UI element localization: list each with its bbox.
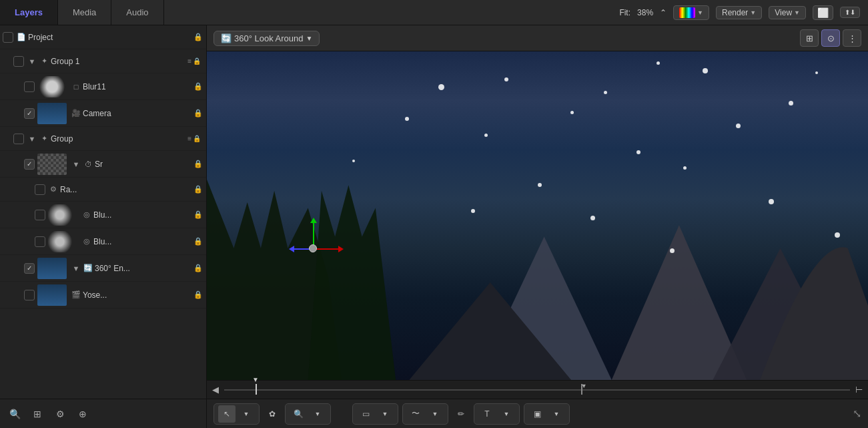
search-btn[interactable]: 🔍: [5, 405, 24, 423]
group2-icon1[interactable]: ≡: [187, 135, 191, 142]
expand-btn[interactable]: ⤡: [853, 407, 861, 420]
layer-yose[interactable]: 🎬 Yose... 🔒: [0, 282, 206, 308]
mask-tool-btn[interactable]: ▣: [528, 405, 546, 423]
layer-group1-collapse[interactable]: ▼: [27, 57, 37, 65]
transform-tool-btn[interactable]: ✿: [264, 405, 281, 423]
snow-6: [636, 150, 640, 154]
mask-chevron[interactable]: ▼: [548, 405, 565, 423]
layer-group2-checkbox[interactable]: [13, 134, 24, 144]
view-dropdown-icon: 🔄: [221, 33, 232, 43]
zoom-tool-btn[interactable]: 🔍: [290, 405, 307, 423]
layer-blur11-checkbox[interactable]: [24, 81, 35, 92]
curve-tool-btn[interactable]: 〜: [407, 405, 424, 423]
layer-ra[interactable]: ⚙ Ra... 🔒: [0, 178, 206, 202]
layer-group2-icon: ✦: [39, 134, 49, 143]
fit-value[interactable]: 38%: [637, 8, 653, 17]
layer-yose-checkbox[interactable]: [24, 290, 35, 300]
snow-5: [736, 124, 741, 128]
color-picker-btn[interactable]: ▼: [673, 5, 709, 20]
layer-env360-collapse[interactable]: ▼: [71, 264, 81, 272]
timeline-playhead[interactable]: [256, 384, 257, 395]
snow-20: [670, 248, 675, 253]
layer-group2[interactable]: ▼ ✦ Group ≡ 🔒: [0, 127, 206, 151]
layers-bottom-bar: 🔍 ⊞ ⚙ ⊕: [0, 399, 206, 428]
group1-icon1[interactable]: ≡: [187, 57, 191, 65]
settings-btn[interactable]: ⚙: [51, 405, 69, 423]
bottom-toolbar: ↖ ▼ ✿ 🔍 ▼ ▭ ▼ 〜 ▼ ✏: [207, 399, 868, 428]
layer-blu1-checkbox[interactable]: [35, 210, 45, 220]
transform-gizmo[interactable]: [286, 222, 340, 275]
color-swatch: [679, 7, 695, 18]
text-tool-btn[interactable]: T: [478, 405, 496, 423]
layer-sr[interactable]: ✓ ▼ ⏱ Sr 🔒: [0, 151, 206, 178]
layout-arrows-btn[interactable]: ⬆⬇: [840, 7, 860, 18]
layout-btn[interactable]: ⬜: [813, 5, 833, 20]
timeline-track[interactable]: ▼: [224, 389, 850, 391]
layer-sr-checkbox[interactable]: ✓: [24, 159, 35, 170]
group2-icon2[interactable]: 🔒: [193, 135, 201, 142]
layer-project[interactable]: 📄 Project 🔒: [0, 25, 206, 49]
timeline-start-btn[interactable]: ◀: [212, 385, 219, 395]
gizmo-center[interactable]: [309, 244, 317, 252]
group1-icon2[interactable]: 🔒: [193, 57, 201, 65]
viewport-grid-btn[interactable]: ⊞: [800, 29, 819, 47]
layer-blur11-thumb: [37, 76, 67, 97]
layer-blur11[interactable]: □ Blur11 🔒: [0, 73, 206, 100]
tab-layers[interactable]: Layers: [0, 0, 58, 25]
curve-chevron[interactable]: ▼: [426, 405, 444, 423]
snow-16: [657, 61, 660, 65]
curve-tool-group: 〜 ▼: [402, 403, 448, 425]
layer-sr-lock: 🔒: [193, 160, 203, 168]
group-view-btn[interactable]: ⊞: [28, 405, 47, 423]
view-dropdown[interactable]: 🔄 360° Look Around ▼: [213, 31, 320, 46]
snow-1: [504, 77, 508, 81]
layer-camera-checkbox[interactable]: ✓: [24, 108, 35, 119]
layer-group1-checkbox[interactable]: [13, 56, 24, 67]
view-chevron: ▼: [794, 9, 800, 16]
layer-blu1[interactable]: ◎ Blu... 🔒: [0, 202, 206, 228]
layer-env360[interactable]: ✓ ▼ 🔄 360° En... 🔒: [0, 255, 206, 282]
layer-group2-collapse[interactable]: ▼: [27, 135, 37, 143]
viewport-settings-btn[interactable]: ⋮: [843, 29, 861, 47]
zoom-chevron[interactable]: ▼: [309, 405, 326, 423]
tab-media[interactable]: Media: [58, 0, 111, 25]
timeline-end-btn[interactable]: ⊢: [855, 385, 863, 395]
fit-arrow-up[interactable]: ⌃: [660, 8, 667, 17]
snow-13: [815, 71, 818, 74]
pen-tool-btn[interactable]: ✏: [452, 405, 470, 423]
timeline-marker-arrow: ▼: [581, 383, 587, 389]
layer-blu2[interactable]: ◎ Blu... 🔒: [0, 228, 206, 255]
canvas-tools-right: ⊞ ⊙ ⋮: [800, 29, 861, 47]
layer-project-checkbox[interactable]: [3, 32, 13, 43]
view-btn[interactable]: View ▼: [769, 6, 806, 19]
layer-env360-icon: 🔄: [83, 264, 93, 272]
shape-tool-btn[interactable]: ▭: [357, 405, 374, 423]
snow-15: [590, 216, 595, 220]
tab-audio[interactable]: Audio: [111, 0, 163, 25]
select-tool-btn[interactable]: ↖: [218, 405, 236, 423]
top-bar: Layers Media Audio Fit: 38% ⌃ ▼ Render ▼…: [0, 0, 868, 25]
select-chevron[interactable]: ▼: [238, 405, 255, 423]
svg-marker-5: [308, 185, 396, 380]
layer-ra-lock: 🔒: [193, 185, 203, 194]
add-layer-btn[interactable]: ⊕: [73, 405, 92, 423]
layer-ra-checkbox[interactable]: [35, 184, 45, 195]
layer-sr-collapse[interactable]: ▼: [71, 160, 81, 168]
layer-blu2-checkbox[interactable]: [35, 236, 45, 247]
canvas-viewport[interactable]: [207, 51, 868, 380]
layer-env360-checkbox[interactable]: ✓: [24, 263, 35, 274]
layer-yose-icon: 🎬: [71, 290, 81, 299]
render-btn[interactable]: Render ▼: [716, 6, 762, 19]
viewport-360-btn[interactable]: ⊙: [821, 29, 840, 47]
layer-group1[interactable]: ▼ ✦ Group 1 ≡ 🔒: [0, 49, 206, 73]
layer-group2-icons: ≡ 🔒: [187, 135, 201, 142]
shape-chevron[interactable]: ▼: [376, 405, 394, 423]
render-label: Render: [722, 8, 748, 17]
text-chevron[interactable]: ▼: [498, 405, 515, 423]
main-area: 📄 Project 🔒 ▼ ✦ Group 1 ≡ 🔒 □ Blur11 🔒 ✓: [0, 25, 868, 428]
view-dropdown-chevron: ▼: [306, 35, 313, 42]
layer-camera[interactable]: ✓ 🎥 Camera 🔒: [0, 100, 206, 127]
render-chevron: ▼: [750, 9, 756, 16]
layer-blu2-lock: 🔒: [193, 237, 203, 246]
layer-camera-name: Camera: [83, 109, 193, 118]
